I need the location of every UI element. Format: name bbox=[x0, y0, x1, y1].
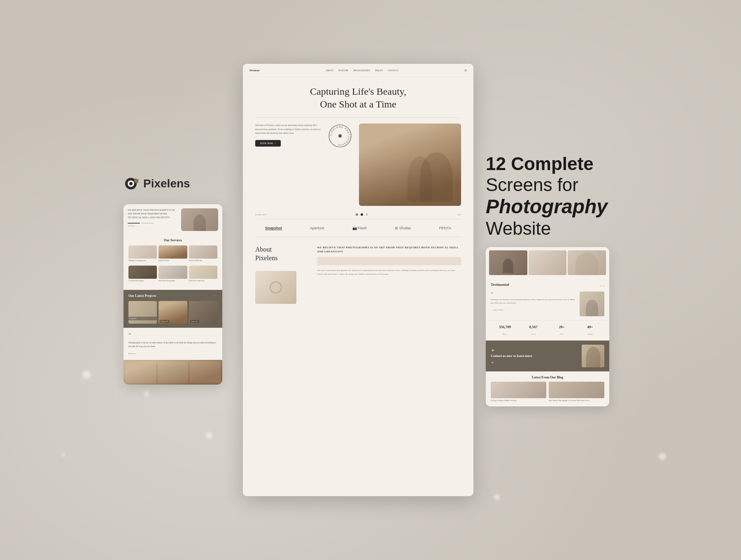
logo-icon bbox=[124, 175, 140, 192]
mobile-link-text[interactable]: View More → bbox=[128, 225, 176, 227]
mobile-projects-title: Our Latest Projects bbox=[128, 294, 156, 298]
right-quote-author: — John & Maria bbox=[491, 309, 503, 311]
brand-aperture: Aperture bbox=[310, 226, 324, 230]
stat-clients: 8,567 Clients bbox=[519, 325, 548, 336]
pagination-next: SEE bbox=[457, 214, 461, 216]
desktop-about-title: About Pixelens bbox=[255, 245, 317, 263]
logo-text: Pixelens bbox=[143, 177, 190, 190]
nav-link-about[interactable]: ABOUT bbox=[326, 69, 333, 72]
nav-link-contact[interactable]: CONTACT bbox=[388, 69, 398, 72]
mobile-services-title: Our Services bbox=[128, 238, 217, 242]
right-blog-section: Latest From Our Blog 10 Tips for Better … bbox=[486, 371, 609, 406]
about-highlight-block bbox=[317, 257, 461, 265]
project-item-1: Project 01 bbox=[128, 301, 157, 324]
service-label-2: Family Portraits bbox=[158, 259, 187, 261]
desktop-hero-left: Welcome at Pixelens, where we are passio… bbox=[255, 124, 321, 147]
project-item-2: Project 02 bbox=[158, 301, 187, 324]
info-photography: Photography bbox=[486, 195, 618, 218]
stat-years-num: 20+ bbox=[548, 325, 576, 329]
stat-photos-num: 356,789 bbox=[491, 325, 519, 329]
desktop-about-tagline: WE BELIEVE THAT PHOTOGRAPHY IS AN ART FR… bbox=[317, 245, 461, 254]
blog-text-2: How Much a Photograph Can Touch Your Ent… bbox=[549, 399, 604, 402]
mobile-quote-author: Barnews bbox=[128, 352, 136, 355]
info-screens-for: Screens for bbox=[486, 175, 618, 196]
right-contact-image bbox=[582, 345, 604, 367]
right-column: 12 Complete Screens for Photography Webs… bbox=[486, 154, 618, 406]
stat-photos-label: Photos bbox=[503, 333, 507, 335]
blog-item-1: 10 Tips for Better Family Sessions bbox=[491, 382, 546, 402]
desktop-nav: Pixelens ABOUT FEATURE PHOTOGRAPHY PRICE… bbox=[243, 64, 473, 77]
right-testimonial-content: " Working with Pixelens was an absolute … bbox=[491, 292, 604, 316]
mobile-service-item: Product & Commercial bbox=[189, 266, 217, 284]
service-label-1: Weddings & Engagements bbox=[128, 259, 157, 261]
testimonial-nav[interactable]: < > bbox=[600, 284, 604, 288]
nav-link-photo[interactable]: PHOTOGRAPHY bbox=[353, 69, 370, 72]
info-box: 12 Complete Screens for Photography Webs… bbox=[486, 154, 618, 239]
desktop-about-section: About Pixelens WE BELIEVE THAT PHOTOGRAP… bbox=[243, 237, 473, 312]
right-contact-text: ✦ Contact us now to learn more ✦ bbox=[491, 346, 578, 366]
desktop-about-image bbox=[255, 271, 296, 304]
stat-photos: 356,789 Photos bbox=[491, 325, 519, 336]
stamp-svg: PIXELENS PHOTOGRAPHY bbox=[328, 124, 352, 148]
desktop-hero-desc: Welcome at Pixelens, where we are passio… bbox=[255, 124, 321, 135]
desktop-nav-logo: Pixelens bbox=[249, 69, 260, 72]
mobile-quote-text: Photography is the art of observation. I… bbox=[128, 341, 217, 348]
mobile-projects-section: Our Latest Projects · · · Project 01 Pro… bbox=[124, 290, 222, 328]
service-label-6: Product & Commercial bbox=[189, 280, 217, 282]
stat-years: 20+ Years bbox=[548, 325, 576, 336]
info-website: Website bbox=[486, 218, 618, 239]
desktop-pagination: EVERY DAY SEE bbox=[243, 210, 473, 219]
right-quote-icon: " bbox=[491, 292, 576, 298]
right-photos-grid bbox=[486, 247, 609, 278]
mobile-hero-image bbox=[181, 208, 218, 231]
hero-divider bbox=[255, 117, 461, 118]
mobile-mockup-left: WE BELIEVE THAT PHOTOGRAPHY IS AN ART FR… bbox=[124, 204, 222, 385]
stamp-area: PIXELENS PHOTOGRAPHY bbox=[328, 124, 352, 150]
desktop-nav-links: ABOUT FEATURE PHOTOGRAPHY PRICES CONTACT bbox=[326, 69, 398, 72]
right-blog-items: 10 Tips for Better Family Sessions How M… bbox=[491, 382, 604, 402]
desktop-brands-row: Snapshot Aperture 📷 Flash ⊞ Shutter PENT… bbox=[243, 219, 473, 237]
mobile-projects-dots: · · · bbox=[213, 294, 217, 298]
sparkle-icon: ✦ bbox=[491, 348, 495, 353]
brand-penta: PENTA bbox=[439, 226, 451, 230]
blog-text-1: 10 Tips for Better Family Sessions bbox=[491, 399, 546, 402]
main-container: Pixelens WE BELIEVE THAT PHOTOGRAPHY IS … bbox=[0, 0, 741, 560]
info-complete: 12 Complete bbox=[486, 154, 618, 175]
right-testimonial-section: Testimonial < > " Working with Pixelens … bbox=[486, 278, 609, 320]
desktop-about-right: WE BELIEVE THAT PHOTOGRAPHY IS AN ART FR… bbox=[317, 245, 461, 304]
left-column: Pixelens WE BELIEVE THAT PHOTOGRAPHY IS … bbox=[124, 175, 231, 385]
mobile-service-item: Corporate Photography bbox=[128, 266, 157, 284]
nav-link-prices[interactable]: PRICES bbox=[375, 69, 383, 72]
svg-point-5 bbox=[338, 134, 342, 138]
desktop-about-text: Our team of passionate photographers are… bbox=[317, 268, 461, 276]
right-testimonial-title: Testimonial bbox=[491, 282, 509, 287]
right-contact-title: Contact us now to learn more bbox=[491, 354, 578, 358]
pagination-dots bbox=[356, 213, 368, 216]
stat-clients-label: Clients bbox=[531, 333, 536, 335]
project-item-3: Project 03 bbox=[189, 301, 217, 324]
nav-link-feature[interactable]: FEATURE bbox=[338, 69, 348, 72]
right-contact-section: ✦ Contact us now to learn more ✦ bbox=[486, 341, 609, 371]
mobile-mockup-right: Testimonial < > " Working with Pixelens … bbox=[486, 247, 609, 406]
mobile-service-item: Real Estate Photography bbox=[158, 266, 187, 284]
mobile-service-item: Weddings & Engagements bbox=[128, 245, 157, 264]
mobile-testimonial-section: " Photography is the art of observation.… bbox=[124, 328, 222, 360]
desktop-hero-title: Capturing Life's Beauty, One Shot at a T… bbox=[255, 85, 461, 111]
desktop-hero-content: Welcome at Pixelens, where we are passio… bbox=[255, 124, 461, 206]
right-testimonial-image bbox=[580, 292, 604, 316]
right-quote-text: Working with Pixelens was an absolute pl… bbox=[491, 298, 576, 305]
desktop-mockup: Pixelens ABOUT FEATURE PHOTOGRAPHY PRICE… bbox=[243, 64, 473, 496]
mobile-bottom-image bbox=[124, 360, 222, 385]
quote-icon: " bbox=[128, 332, 217, 339]
book-now-button[interactable]: BOOK NOW → bbox=[255, 140, 281, 147]
right-photo-2 bbox=[529, 250, 567, 275]
pagination-prev: EVERY DAY bbox=[255, 214, 267, 216]
service-label-3: Newby & Maternity bbox=[189, 259, 217, 261]
svg-point-2 bbox=[129, 182, 133, 185]
hamburger-icon[interactable]: ≡ bbox=[464, 68, 467, 72]
stat-awards-label: Awards bbox=[587, 333, 592, 335]
desktop-hero-image bbox=[359, 124, 461, 206]
right-photo-1 bbox=[489, 250, 527, 275]
mobile-services-section: Our Services Weddings & Engagements Fami… bbox=[124, 234, 222, 290]
logo-area: Pixelens bbox=[124, 175, 190, 192]
